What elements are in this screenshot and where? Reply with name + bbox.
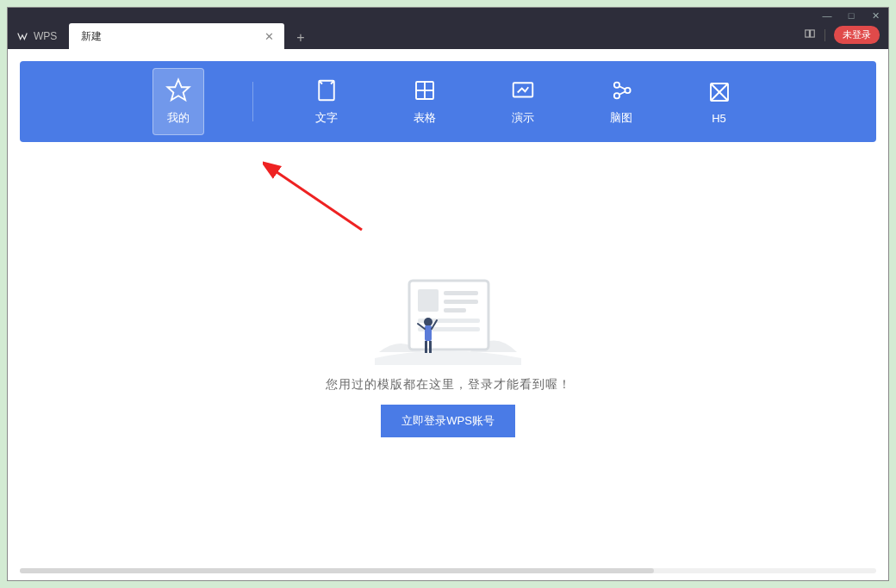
document-icon [314,77,339,103]
h5-icon [706,79,732,105]
svg-point-8 [613,83,619,88]
category-mindmap[interactable]: 脑图 [596,69,646,134]
tab-app-home[interactable]: WPS [8,23,69,49]
maximize-button[interactable]: □ [845,10,857,21]
table-icon [412,77,438,103]
category-mine[interactable]: 我的 [152,68,204,135]
app-window: — □ ✕ WPS 新建 ✕ + 未登录 [7,7,889,581]
add-tab-button[interactable]: + [284,27,316,49]
scrollbar-thumb[interactable] [20,568,654,573]
presentation-icon [510,77,536,103]
tab-label: 新建 [81,29,102,44]
svg-rect-23 [425,325,432,341]
svg-rect-1 [811,30,815,37]
svg-rect-25 [429,341,432,353]
login-status-badge[interactable]: 未登录 [834,26,880,44]
login-button[interactable]: 立即登录WPS账号 [381,405,515,437]
titlebar-right: 未登录 [804,26,880,44]
mindmap-icon [608,77,634,103]
svg-rect-19 [444,308,466,313]
svg-point-22 [424,318,432,326]
empty-state: 您用过的模版都在这里，登录才能看到喔！ 立即登录WPS账号 [20,142,876,565]
svg-point-10 [625,88,630,93]
minimize-button[interactable]: — [821,10,833,21]
close-window-button[interactable]: ✕ [869,10,881,22]
svg-rect-0 [806,30,810,37]
category-label: 脑图 [610,110,632,126]
horizontal-scrollbar[interactable] [20,568,876,573]
window-controls: — □ ✕ [8,8,888,23]
category-slides[interactable]: 演示 [498,69,548,134]
category-label: H5 [712,112,726,125]
svg-rect-17 [444,291,478,295]
split-window-icon[interactable] [804,28,816,42]
app-name-label: WPS [34,30,57,42]
category-label: 演示 [512,110,534,126]
svg-rect-18 [444,300,478,304]
star-icon [165,77,191,103]
content-area: 我的 文字 表格 演示 脑图 [8,49,888,580]
titlebar: — □ ✕ WPS 新建 ✕ + 未登录 [8,8,888,49]
svg-point-9 [613,93,619,98]
category-label: 我的 [167,110,190,126]
empty-message: 您用过的模版都在这里，登录才能看到喔！ [326,377,571,393]
svg-rect-16 [418,289,439,312]
category-h5[interactable]: H5 [694,71,744,133]
wps-logo-icon [16,30,28,42]
tab-new[interactable]: 新建 ✕ [69,23,284,49]
close-icon[interactable]: ✕ [261,30,277,43]
category-label: 表格 [414,110,436,126]
svg-marker-2 [167,80,189,101]
divider [252,82,253,121]
category-text[interactable]: 文字 [302,69,352,134]
category-sheet[interactable]: 表格 [400,69,450,134]
category-bar: 我的 文字 表格 演示 脑图 [20,61,876,142]
svg-rect-24 [425,341,427,353]
category-label: 文字 [315,110,338,126]
divider [824,29,825,41]
empty-illustration [375,270,521,365]
